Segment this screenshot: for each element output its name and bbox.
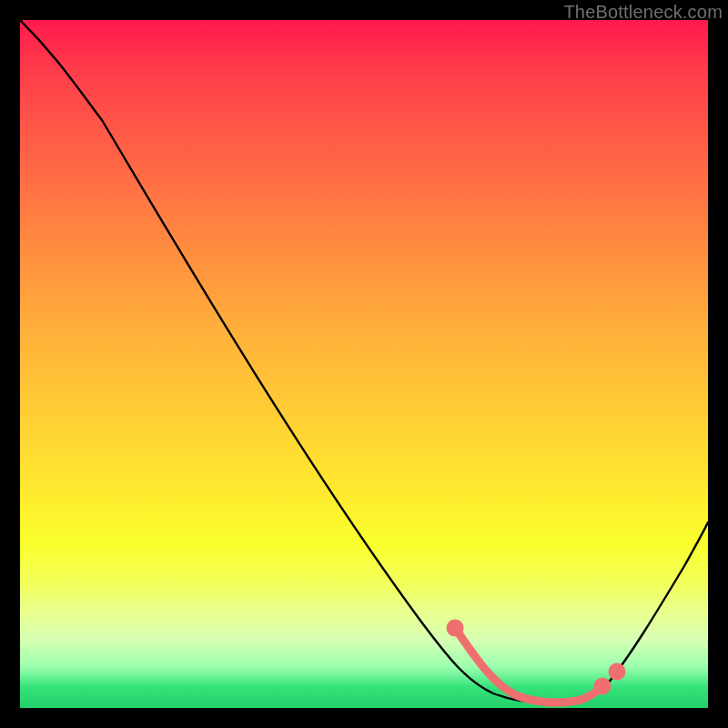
svg-point-2 [612, 667, 622, 676]
plot-area [20, 20, 708, 708]
watermark-text: TheBottleneck.com [563, 2, 723, 23]
curve-path [20, 20, 708, 703]
highlight-segment [450, 623, 622, 703]
svg-point-0 [450, 623, 460, 632]
svg-point-1 [598, 682, 607, 691]
chart-frame: TheBottleneck.com [0, 0, 728, 728]
bottleneck-curve [20, 20, 708, 708]
